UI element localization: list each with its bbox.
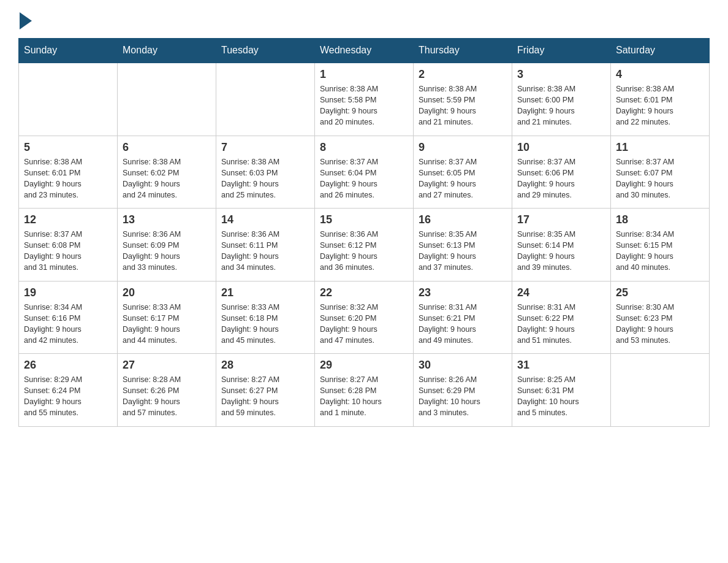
calendar-header-row: SundayMondayTuesdayWednesdayThursdayFrid… xyxy=(19,39,710,63)
calendar-cell: 25Sunrise: 8:30 AMSunset: 6:23 PMDayligh… xyxy=(611,281,710,354)
day-info: Sunrise: 8:38 AMSunset: 6:03 PMDaylight:… xyxy=(221,156,309,201)
day-number: 25 xyxy=(616,286,704,299)
calendar-header-monday: Monday xyxy=(118,39,216,63)
day-info: Sunrise: 8:30 AMSunset: 6:23 PMDaylight:… xyxy=(616,302,704,347)
day-info: Sunrise: 8:31 AMSunset: 6:22 PMDaylight:… xyxy=(517,302,605,347)
calendar-cell: 8Sunrise: 8:37 AMSunset: 6:04 PMDaylight… xyxy=(315,136,414,209)
day-info: Sunrise: 8:25 AMSunset: 6:31 PMDaylight:… xyxy=(517,374,605,419)
day-info: Sunrise: 8:37 AMSunset: 6:04 PMDaylight:… xyxy=(320,156,408,201)
calendar-cell: 30Sunrise: 8:26 AMSunset: 6:29 PMDayligh… xyxy=(414,354,512,427)
day-info: Sunrise: 8:29 AMSunset: 6:24 PMDaylight:… xyxy=(24,374,112,419)
calendar-cell: 13Sunrise: 8:36 AMSunset: 6:09 PMDayligh… xyxy=(118,209,216,282)
day-info: Sunrise: 8:35 AMSunset: 6:13 PMDaylight:… xyxy=(419,229,507,274)
calendar-cell: 22Sunrise: 8:32 AMSunset: 6:20 PMDayligh… xyxy=(315,281,414,354)
day-number: 6 xyxy=(123,141,211,154)
day-number: 14 xyxy=(221,213,309,226)
calendar-header-wednesday: Wednesday xyxy=(315,39,414,63)
day-number: 21 xyxy=(221,286,309,299)
calendar-header-saturday: Saturday xyxy=(611,39,710,63)
day-info: Sunrise: 8:34 AMSunset: 6:16 PMDaylight:… xyxy=(24,302,112,347)
day-info: Sunrise: 8:37 AMSunset: 6:06 PMDaylight:… xyxy=(517,156,605,201)
calendar-cell: 16Sunrise: 8:35 AMSunset: 6:13 PMDayligh… xyxy=(414,209,512,282)
day-info: Sunrise: 8:36 AMSunset: 6:09 PMDaylight:… xyxy=(123,229,211,274)
calendar-week-row: 19Sunrise: 8:34 AMSunset: 6:16 PMDayligh… xyxy=(19,281,710,354)
calendar-cell: 2Sunrise: 8:38 AMSunset: 5:59 PMDaylight… xyxy=(414,63,512,136)
calendar-cell: 7Sunrise: 8:38 AMSunset: 6:03 PMDaylight… xyxy=(216,136,315,209)
day-info: Sunrise: 8:27 AMSunset: 6:28 PMDaylight:… xyxy=(320,374,408,419)
day-number: 27 xyxy=(123,359,211,372)
day-info: Sunrise: 8:31 AMSunset: 6:21 PMDaylight:… xyxy=(419,302,507,347)
day-number: 22 xyxy=(320,286,408,299)
calendar-header-tuesday: Tuesday xyxy=(216,39,315,63)
calendar-cell xyxy=(611,354,710,427)
day-info: Sunrise: 8:35 AMSunset: 6:14 PMDaylight:… xyxy=(517,229,605,274)
day-number: 26 xyxy=(24,359,112,372)
calendar-cell: 11Sunrise: 8:37 AMSunset: 6:07 PMDayligh… xyxy=(611,136,710,209)
day-number: 13 xyxy=(123,213,211,226)
day-number: 17 xyxy=(517,213,605,226)
day-info: Sunrise: 8:38 AMSunset: 6:01 PMDaylight:… xyxy=(616,83,704,128)
day-info: Sunrise: 8:32 AMSunset: 6:20 PMDaylight:… xyxy=(320,302,408,347)
day-number: 19 xyxy=(24,286,112,299)
calendar-cell: 12Sunrise: 8:37 AMSunset: 6:08 PMDayligh… xyxy=(19,209,118,282)
logo-arrow-icon xyxy=(20,12,32,29)
day-number: 29 xyxy=(320,359,408,372)
calendar-cell: 5Sunrise: 8:38 AMSunset: 6:01 PMDaylight… xyxy=(19,136,118,209)
calendar-cell xyxy=(19,63,118,136)
calendar-cell: 19Sunrise: 8:34 AMSunset: 6:16 PMDayligh… xyxy=(19,281,118,354)
day-info: Sunrise: 8:33 AMSunset: 6:17 PMDaylight:… xyxy=(123,302,211,347)
day-info: Sunrise: 8:38 AMSunset: 6:01 PMDaylight:… xyxy=(24,156,112,201)
day-info: Sunrise: 8:38 AMSunset: 6:02 PMDaylight:… xyxy=(123,156,211,201)
day-number: 12 xyxy=(24,213,112,226)
day-number: 4 xyxy=(616,68,704,81)
day-info: Sunrise: 8:27 AMSunset: 6:27 PMDaylight:… xyxy=(221,374,309,419)
calendar-week-row: 1Sunrise: 8:38 AMSunset: 5:58 PMDaylight… xyxy=(19,63,710,136)
day-number: 31 xyxy=(517,359,605,372)
day-info: Sunrise: 8:28 AMSunset: 6:26 PMDaylight:… xyxy=(123,374,211,419)
calendar-header-sunday: Sunday xyxy=(19,39,118,63)
logo xyxy=(18,12,32,32)
day-number: 18 xyxy=(616,213,704,226)
day-info: Sunrise: 8:38 AMSunset: 5:59 PMDaylight:… xyxy=(419,83,507,128)
calendar-week-row: 26Sunrise: 8:29 AMSunset: 6:24 PMDayligh… xyxy=(19,354,710,427)
page-header xyxy=(18,12,710,32)
day-number: 11 xyxy=(616,141,704,154)
calendar-cell: 1Sunrise: 8:38 AMSunset: 5:58 PMDaylight… xyxy=(315,63,414,136)
calendar-cell: 4Sunrise: 8:38 AMSunset: 6:01 PMDaylight… xyxy=(611,63,710,136)
day-info: Sunrise: 8:37 AMSunset: 6:05 PMDaylight:… xyxy=(419,156,507,201)
calendar-cell: 27Sunrise: 8:28 AMSunset: 6:26 PMDayligh… xyxy=(118,354,216,427)
calendar-header-thursday: Thursday xyxy=(414,39,512,63)
day-number: 2 xyxy=(419,68,507,81)
day-number: 24 xyxy=(517,286,605,299)
calendar-cell: 18Sunrise: 8:34 AMSunset: 6:15 PMDayligh… xyxy=(611,209,710,282)
day-number: 15 xyxy=(320,213,408,226)
day-info: Sunrise: 8:33 AMSunset: 6:18 PMDaylight:… xyxy=(221,302,309,347)
calendar-cell: 9Sunrise: 8:37 AMSunset: 6:05 PMDaylight… xyxy=(414,136,512,209)
calendar-week-row: 5Sunrise: 8:38 AMSunset: 6:01 PMDaylight… xyxy=(19,136,710,209)
calendar-cell: 17Sunrise: 8:35 AMSunset: 6:14 PMDayligh… xyxy=(512,209,611,282)
calendar-cell xyxy=(216,63,315,136)
day-info: Sunrise: 8:37 AMSunset: 6:07 PMDaylight:… xyxy=(616,156,704,201)
calendar-week-row: 12Sunrise: 8:37 AMSunset: 6:08 PMDayligh… xyxy=(19,209,710,282)
day-number: 30 xyxy=(419,359,507,372)
svg-marker-0 xyxy=(20,12,32,29)
calendar-cell: 26Sunrise: 8:29 AMSunset: 6:24 PMDayligh… xyxy=(19,354,118,427)
calendar-cell: 29Sunrise: 8:27 AMSunset: 6:28 PMDayligh… xyxy=(315,354,414,427)
day-info: Sunrise: 8:34 AMSunset: 6:15 PMDaylight:… xyxy=(616,229,704,274)
day-number: 20 xyxy=(123,286,211,299)
calendar-cell: 15Sunrise: 8:36 AMSunset: 6:12 PMDayligh… xyxy=(315,209,414,282)
calendar-cell: 10Sunrise: 8:37 AMSunset: 6:06 PMDayligh… xyxy=(512,136,611,209)
day-number: 5 xyxy=(24,141,112,154)
day-info: Sunrise: 8:38 AMSunset: 6:00 PMDaylight:… xyxy=(517,83,605,128)
calendar-cell: 23Sunrise: 8:31 AMSunset: 6:21 PMDayligh… xyxy=(414,281,512,354)
calendar-table: SundayMondayTuesdayWednesdayThursdayFrid… xyxy=(18,38,710,427)
day-number: 9 xyxy=(419,141,507,154)
day-number: 10 xyxy=(517,141,605,154)
day-info: Sunrise: 8:38 AMSunset: 5:58 PMDaylight:… xyxy=(320,83,408,128)
day-number: 7 xyxy=(221,141,309,154)
day-number: 23 xyxy=(419,286,507,299)
calendar-cell: 3Sunrise: 8:38 AMSunset: 6:00 PMDaylight… xyxy=(512,63,611,136)
day-number: 16 xyxy=(419,213,507,226)
calendar-cell: 21Sunrise: 8:33 AMSunset: 6:18 PMDayligh… xyxy=(216,281,315,354)
calendar-cell: 28Sunrise: 8:27 AMSunset: 6:27 PMDayligh… xyxy=(216,354,315,427)
